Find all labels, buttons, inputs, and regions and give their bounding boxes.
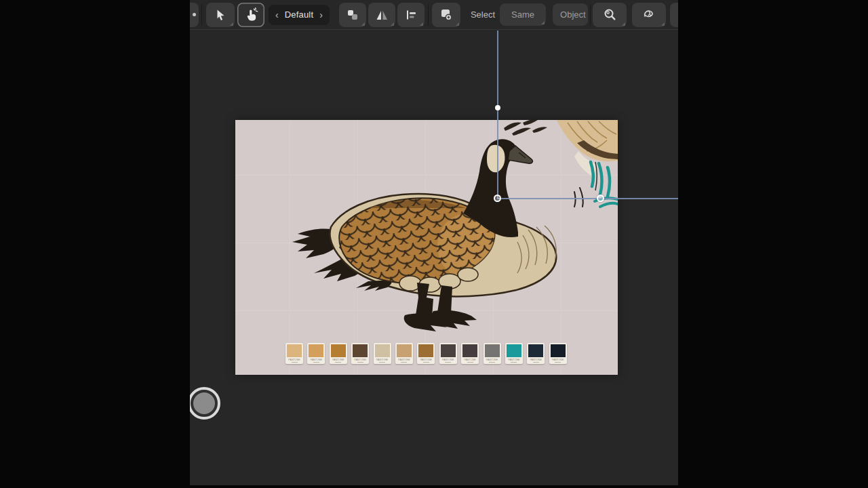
chip-code-line [379,362,385,363]
selection-corner-handle[interactable] [494,195,501,202]
chip-color-swatch [507,344,521,357]
chip-brand-label: PANTONE [311,359,322,361]
align-tool-button[interactable] [397,3,425,27]
chip-brand-label: PANTONE [464,359,475,361]
chip-color-swatch [397,344,412,357]
select-object-button[interactable]: Object [553,3,588,26]
chip-code-line [401,362,407,363]
chip-brand-label: PANTONE [420,359,432,361]
more-options-indicator [361,22,365,26]
select-same-button[interactable]: Same [500,3,546,26]
chip-brand-label: PANTONE [376,359,388,361]
more-options-indicator [391,22,394,26]
toolbar: ‹ Default › [190,0,678,30]
preset-next-icon[interactable]: › [319,10,323,20]
more-options-indicator [661,22,665,26]
chip-code-line [445,362,451,363]
chip-code-line [555,362,561,363]
duplicate-plus-icon [439,7,453,22]
clipped-tool-button[interactable] [190,3,199,27]
chip-color-swatch [353,344,368,357]
chip-brand-label: PANTONE [486,359,498,361]
palette-chip[interactable]: PANTONE [527,343,545,364]
app-window: ‹ Default › [190,0,678,485]
duplicate-tool-button[interactable] [432,3,460,27]
palette-chip[interactable]: PANTONE [549,343,567,364]
chip-color-swatch [441,344,456,357]
more-options-indicator [230,22,233,26]
select-label: Select [471,9,495,20]
tool-dot-icon [193,13,196,16]
chip-color-swatch [375,344,390,357]
chip-brand-label: PANTONE [552,359,564,361]
gesture-loop-icon [642,7,656,22]
chip-code-line [467,362,473,363]
chip-brand-label: PANTONE [508,359,519,361]
selection-edge-midpoint-handle[interactable] [495,105,500,110]
chip-brand-label: PANTONE [530,359,542,361]
snap-tool-button[interactable] [670,3,678,27]
selection-left-edge[interactable] [497,30,498,199]
gesture-tool-button[interactable] [632,3,666,27]
arrange-tool-button[interactable] [339,3,366,27]
chip-code-line [357,362,363,363]
toolbar-divider [590,4,591,26]
chip-color-swatch [331,344,346,357]
arrange-icon [346,8,359,22]
align-left-icon [404,8,418,22]
chip-brand-label: PANTONE [398,359,410,361]
palette-chip[interactable]: PANTONE [461,343,479,364]
partial-artwork[interactable] [504,120,618,207]
palette-chip[interactable]: PANTONE [285,343,303,364]
selection-edge-handle[interactable] [597,195,604,202]
pointer-icon [214,8,227,22]
palette-chip[interactable]: PANTONE [330,343,347,364]
auto-select-tool-button[interactable] [237,3,264,27]
preset-label: Default [285,9,314,20]
magnet-icon [677,7,678,22]
object-label: Object [560,9,586,20]
more-options-indicator [456,22,459,26]
chip-color-swatch [485,344,500,357]
palette-chip[interactable]: PANTONE [351,343,369,364]
chip-color-swatch [551,344,566,357]
palette-chip[interactable]: PANTONE [439,343,457,364]
navigation-joystick[interactable] [190,387,220,420]
goose-artwork[interactable] [235,120,618,375]
toolbar-divider [201,4,202,26]
flip-tool-button[interactable] [368,3,395,27]
palette-chip[interactable]: PANTONE [505,343,523,364]
preset-prev-icon[interactable]: ‹ [275,10,279,20]
palette-chip[interactable]: PANTONE [417,343,435,364]
more-options-indicator [420,22,423,26]
palette-chip[interactable]: PANTONE [395,343,413,364]
chip-color-swatch [528,344,543,357]
same-label: Same [511,9,534,20]
palette-chip[interactable]: PANTONE [484,343,501,364]
more-options-indicator [541,21,545,24]
pointer-tool-button[interactable] [206,3,235,27]
artboard[interactable]: PANTONE PANTONE PANTONE PANTONE PANTONE [235,120,618,375]
chip-code-line [511,362,517,363]
chip-color-swatch [287,344,302,357]
toolbar-divider [428,4,429,26]
chip-code-line [533,362,539,363]
goose[interactable] [292,139,556,331]
chip-code-line [335,362,341,363]
palette-chip[interactable]: PANTONE [374,343,391,364]
tap-sparkle-icon [243,7,258,22]
chip-code-line [423,362,429,363]
chip-brand-label: PANTONE [332,359,344,361]
chip-brand-label: PANTONE [355,359,366,361]
selection-bottom-edge[interactable] [497,198,678,199]
joystick-knob[interactable] [193,392,215,414]
style-preset-selector[interactable]: ‹ Default › [269,5,330,25]
chip-color-swatch [462,344,477,357]
chip-brand-label: PANTONE [288,359,300,361]
zoom-tool-button[interactable] [593,3,627,27]
more-options-indicator [622,22,625,26]
magnifier-icon [603,7,617,22]
palette-chip[interactable]: PANTONE [307,343,325,364]
chip-code-line [313,362,319,363]
chip-code-line [292,362,298,363]
